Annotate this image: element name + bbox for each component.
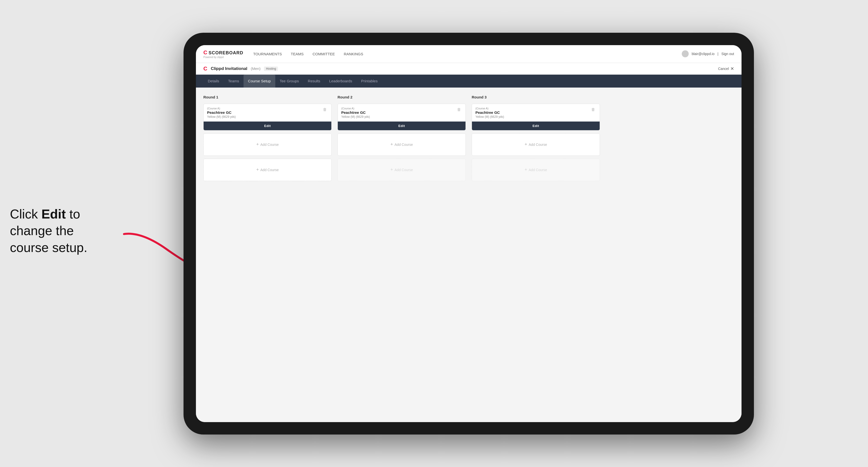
- plus-icon: +: [390, 167, 393, 173]
- add-course-card-round3-slot2: + Add Course: [472, 159, 600, 181]
- edit-button-round2[interactable]: Edit: [338, 122, 465, 130]
- logo-c-letter: C: [204, 49, 208, 56]
- course-name: Peachtree GC: [341, 111, 366, 115]
- tab-results[interactable]: Results: [303, 75, 324, 88]
- delete-course-icon[interactable]: 🗑: [590, 107, 596, 112]
- tournament-title-row: C Clippd Invitational (Men) Hosting: [204, 65, 278, 72]
- logo-subtitle: Powered by clippd: [204, 56, 243, 59]
- logo-area: CSCOREBOARD Powered by clippd: [204, 49, 243, 59]
- nav-links: TOURNAMENTS TEAMS COMMITTEE RANKINGS: [253, 51, 682, 57]
- plus-icon: +: [525, 142, 527, 147]
- tournament-name: Clippd Invitational: [211, 66, 247, 71]
- add-course-label: Add Course: [260, 168, 279, 172]
- course-details: Yellow (M) (6629 yds): [338, 115, 465, 122]
- main-content: Round 1 (Course A) Peachtree GC 🗑 Yellow…: [196, 88, 742, 422]
- round-3-column: Round 3 (Course A) Peachtree GC 🗑 Yellow…: [472, 95, 600, 181]
- cancel-button[interactable]: Cancel ✕: [718, 66, 734, 71]
- add-course-label: Add Course: [529, 168, 547, 172]
- tournament-gender: (Men): [251, 66, 260, 71]
- course-label: (Course A): [341, 107, 366, 110]
- add-course-card-round3-slot1[interactable]: + Add Course: [472, 133, 600, 156]
- course-label: (Course A): [207, 107, 231, 110]
- bold-edit: Edit: [41, 207, 66, 221]
- logo-title: CSCOREBOARD: [204, 49, 243, 56]
- round-1-column: Round 1 (Course A) Peachtree GC 🗑 Yellow…: [204, 95, 332, 181]
- tournament-status: Hosting: [264, 66, 278, 71]
- course-name: Peachtree GC: [475, 111, 500, 115]
- add-course-label: Add Course: [260, 143, 279, 147]
- tab-leaderboards[interactable]: Leaderboards: [324, 75, 356, 88]
- delete-course-icon[interactable]: 🗑: [456, 107, 462, 112]
- nav-right: blair@clippd.io | Sign out: [682, 50, 734, 57]
- add-course-card-round1-slot1[interactable]: + Add Course: [204, 133, 332, 156]
- add-course-label: Add Course: [395, 168, 413, 172]
- round-1-title: Round 1: [204, 95, 332, 99]
- sub-tabs: Details Teams Course Setup Tee Groups Re…: [196, 75, 742, 88]
- course-details: Yellow (M) (6629 yds): [204, 115, 331, 122]
- round-2-course-card: (Course A) Peachtree GC 🗑 Yellow (M) (66…: [338, 104, 466, 130]
- clippd-logo: C: [204, 65, 207, 72]
- course-card-header: (Course A) Peachtree GC 🗑: [204, 104, 331, 115]
- add-course-card-round2-slot2: + Add Course: [338, 159, 466, 181]
- course-card-header: (Course A) Peachtree GC 🗑: [472, 104, 600, 115]
- edit-button-round3[interactable]: Edit: [472, 122, 600, 130]
- tablet-device: CSCOREBOARD Powered by clippd TOURNAMENT…: [184, 33, 754, 435]
- course-info: (Course A) Peachtree GC: [475, 107, 500, 115]
- tab-tee-groups[interactable]: Tee Groups: [275, 75, 304, 88]
- cancel-x-icon: ✕: [731, 66, 734, 71]
- delete-course-icon[interactable]: 🗑: [322, 107, 328, 112]
- round-1-course-card: (Course A) Peachtree GC 🗑 Yellow (M) (66…: [204, 104, 332, 130]
- plus-icon: +: [390, 142, 393, 147]
- round-4-column-empty: [606, 95, 734, 181]
- round-2-column: Round 2 (Course A) Peachtree GC 🗑 Yellow…: [338, 95, 466, 181]
- tablet-screen: CSCOREBOARD Powered by clippd TOURNAMENT…: [196, 45, 742, 422]
- round-3-course-card: (Course A) Peachtree GC 🗑 Yellow (M) (66…: [472, 104, 600, 130]
- round-2-title: Round 2: [338, 95, 466, 99]
- plus-icon: +: [256, 142, 259, 147]
- rounds-container: Round 1 (Course A) Peachtree GC 🗑 Yellow…: [204, 95, 734, 181]
- nav-teams[interactable]: TEAMS: [291, 51, 304, 57]
- nav-committee[interactable]: COMMITTEE: [312, 51, 335, 57]
- add-course-card-round1-slot2[interactable]: + Add Course: [204, 159, 332, 181]
- top-nav: CSCOREBOARD Powered by clippd TOURNAMENT…: [196, 45, 742, 63]
- nav-tournaments[interactable]: TOURNAMENTS: [253, 51, 282, 57]
- user-avatar: [682, 50, 689, 57]
- tab-details[interactable]: Details: [204, 75, 224, 88]
- course-details: Yellow (M) (6629 yds): [472, 115, 600, 122]
- course-info: (Course A) Peachtree GC: [207, 107, 231, 115]
- add-course-label: Add Course: [529, 143, 547, 147]
- course-info: (Course A) Peachtree GC: [341, 107, 366, 115]
- course-card-header: (Course A) Peachtree GC 🗑: [338, 104, 465, 115]
- tournament-banner: C Clippd Invitational (Men) Hosting Canc…: [196, 63, 742, 75]
- user-email: blair@clippd.io: [692, 52, 714, 56]
- plus-icon: +: [525, 167, 527, 173]
- course-name: Peachtree GC: [207, 111, 231, 115]
- separator: |: [717, 52, 718, 56]
- tab-course-setup[interactable]: Course Setup: [244, 75, 275, 88]
- tab-printables[interactable]: Printables: [356, 75, 382, 88]
- plus-icon: +: [256, 167, 259, 173]
- add-course-label: Add Course: [395, 143, 413, 147]
- instruction-text: Click Edit tochange thecourse setup.: [10, 206, 134, 256]
- tab-teams[interactable]: Teams: [224, 75, 244, 88]
- edit-button-round1[interactable]: Edit: [204, 122, 331, 130]
- add-course-card-round2-slot1[interactable]: + Add Course: [338, 133, 466, 156]
- round-3-title: Round 3: [472, 95, 600, 99]
- sign-out-link[interactable]: Sign out: [721, 52, 734, 56]
- course-label: (Course A): [475, 107, 500, 110]
- nav-rankings[interactable]: RANKINGS: [344, 51, 363, 57]
